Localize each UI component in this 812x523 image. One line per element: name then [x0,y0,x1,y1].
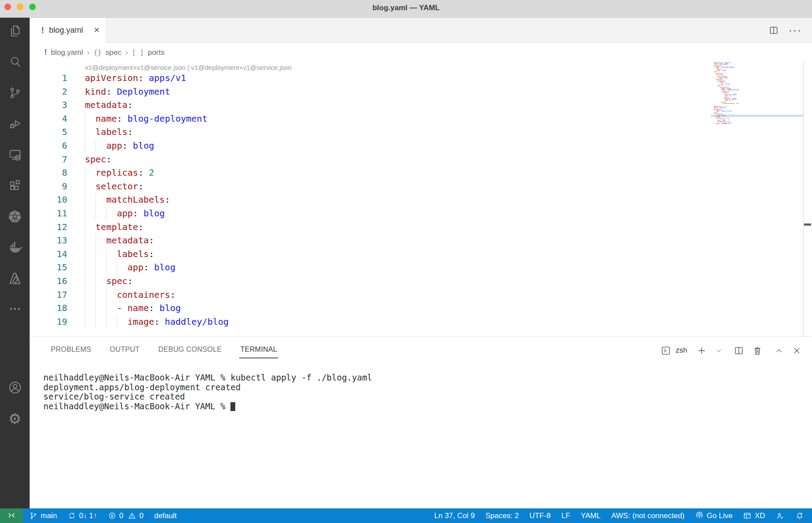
launch-profile-chevron-icon[interactable] [715,347,723,354]
go-live-status[interactable]: Go Live [695,511,733,520]
eol-status[interactable]: LF [561,511,570,520]
split-editor-icon[interactable] [769,25,779,35]
terminal-icon [661,346,671,356]
warning-indicator-icon: ! [44,48,47,57]
maximize-panel-icon[interactable] [774,346,784,355]
minimap[interactable]: apiVersion: apps/v1 kind: Deployment met… [713,62,804,336]
xd-status[interactable]: XD [743,511,765,520]
code-line[interactable]: 9selector: [30,180,812,193]
code-line[interactable]: 18- name: blog [30,301,812,315]
line-number: 11 [30,207,67,220]
code-line[interactable]: 19image: haddley/blog [30,315,812,329]
run-debug-icon[interactable] [0,113,30,135]
new-terminal-icon[interactable] [697,346,707,356]
code-line[interactable]: 17containers: [30,288,812,302]
line-number: 17 [30,288,67,302]
line-number: 12 [30,220,67,234]
breadcrumb-separator: › [125,48,128,57]
code-line[interactable]: 15app: blog [30,261,812,274]
array-icon: [ ] [132,49,144,57]
kubernetes-icon[interactable] [0,206,30,227]
line-number: 16 [30,274,67,288]
docker-icon[interactable] [0,237,30,258]
terminal-line: service/blog-service created [43,392,812,402]
terminal-line: neilhaddley@Neils-MacBook-Air YAML % kub… [43,373,812,383]
explorer-icon[interactable] [0,20,30,42]
code-line[interactable]: 1apiVersion: apps/v1 [30,71,812,85]
code-line[interactable]: 10matchLabels: [30,193,812,207]
code-line[interactable]: 6app: blog [30,139,812,153]
search-icon[interactable] [0,51,30,73]
breadcrumb-separator: › [87,48,90,57]
encoding-status[interactable]: UTF-8 [529,511,551,520]
tab-output[interactable]: OUTPUT [109,343,141,358]
overview-ruler-cursor-mark [804,223,811,226]
tab-blog-yaml[interactable]: ! blog.yaml × [30,18,106,42]
breadcrumb-ports[interactable]: ports [148,48,165,57]
tab-debug-console[interactable]: DEBUG CONSOLE [157,343,223,358]
tab-terminal[interactable]: TERMINAL [239,343,278,358]
indentation-status[interactable]: Spaces: 2 [485,511,519,520]
more-icon[interactable] [0,298,30,319]
shell-name[interactable]: zsh [676,346,687,355]
breadcrumb-spec[interactable]: spec [106,48,122,57]
code-area[interactable]: 1apiVersion: apps/v12kind: Deployment3me… [30,71,812,328]
tab-bar: ! blog.yaml × ··· [30,18,812,43]
activity-bar: ⚙ [0,18,30,508]
terminal-cursor [230,402,235,411]
breadcrumb-file[interactable]: blog.yaml [51,48,83,57]
editor-more-actions-icon[interactable]: ··· [789,28,802,32]
workbench: ! blog.yaml × ··· ! blog.yaml › {} spec [30,18,812,508]
code-line[interactable]: 5labels: [30,125,812,139]
aws-status[interactable]: AWS: (not connected) [611,511,685,520]
code-line[interactable]: 3metadata: [30,98,812,112]
status-bar: main 0↓ 1↑ 0 0 default Ln 37, Col 9 Spac… [0,508,812,523]
breadcrumb: ! blog.yaml › {} spec › [ ] ports [30,43,812,62]
vscode-window: blog.yaml — YAML [0,0,812,523]
titlebar: blog.yaml — YAML [0,0,812,18]
code-line[interactable]: 16spec: [30,274,812,288]
codelens-schema-link[interactable]: v1@deployment+v1@service.json | v1@deplo… [85,64,812,71]
line-number: 6 [30,139,67,153]
warnings-icon [128,511,136,520]
source-control-icon[interactable] [0,82,30,104]
split-terminal-icon[interactable] [734,346,744,356]
terminal-line: deployment.apps/blog-deployment created [43,383,812,392]
profile-status[interactable]: default [154,511,176,520]
line-number: 1 [30,71,67,85]
code-line[interactable]: 13metadata: [30,234,812,247]
remote-indicator[interactable] [0,508,23,523]
language-mode-status[interactable]: YAML [581,511,601,520]
line-number: 18 [30,301,67,315]
feedback-icon[interactable] [776,511,785,520]
line-number: 5 [30,125,67,139]
tab-close-icon[interactable]: × [94,25,100,35]
settings-gear-icon[interactable]: ⚙ [0,408,30,429]
line-number: 3 [30,98,67,112]
remote-explorer-icon[interactable] [0,144,30,165]
kill-terminal-trash-icon[interactable] [752,346,762,356]
code-line[interactable]: 8replicas: 2 [30,166,812,180]
code-line[interactable]: 2kind: Deployment [30,85,812,99]
line-number: 13 [30,234,67,247]
tab-problems[interactable]: PROBLEMS [50,343,92,358]
close-panel-icon[interactable] [792,346,801,355]
accounts-icon[interactable] [0,377,30,398]
editor[interactable]: v1@deployment+v1@service.json | v1@deplo… [30,62,812,336]
line-number: 19 [30,315,67,329]
panel-header: PROBLEMS OUTPUT DEBUG CONSOLE TERMINAL z… [30,337,812,361]
cursor-position-status[interactable]: Ln 37, Col 9 [434,511,475,520]
azure-icon[interactable] [0,268,30,289]
git-branch-status[interactable]: main [29,511,57,520]
code-line[interactable]: 12template: [30,220,812,234]
code-line[interactable]: 4name: blog-deployment [30,112,812,126]
code-line[interactable]: 14labels: [30,247,812,261]
line-number: 14 [30,247,67,261]
code-line[interactable]: 7spec: [30,153,812,166]
code-line[interactable]: 11app: blog [30,207,812,220]
notifications-bell-icon[interactable] [795,511,804,520]
problems-status[interactable]: 0 0 [108,511,144,520]
extensions-icon[interactable] [0,175,30,196]
git-sync-status[interactable]: 0↓ 1↑ [68,511,97,520]
terminal-output[interactable]: neilhaddley@Neils-MacBook-Air YAML % kub… [30,361,812,508]
